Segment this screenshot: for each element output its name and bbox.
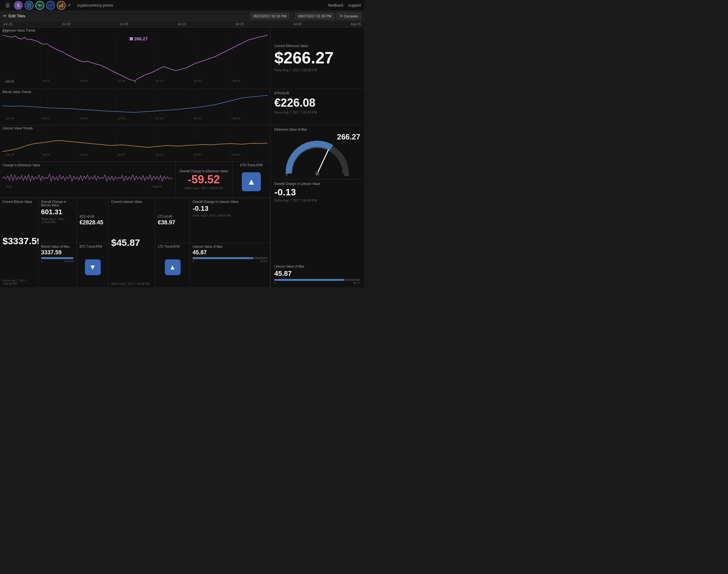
right-ltc-bar-min: 0 [274,282,276,285]
svg-text:Jul 30: Jul 30 [194,153,201,156]
svg-text:Jul 23: Jul 23 [156,117,163,120]
support-link[interactable]: support [348,3,361,8]
ltc-trend-up-icon: ▲ [169,263,176,272]
litecoin-svg: Jun 25 Jul 02 Jul 09 Jul 16 Jul 23 Jul 3… [3,131,268,157]
right-overall-btc-change: Overall Change in Litecoin Value -0.13 S… [274,182,360,202]
eth-line [3,35,268,81]
eth-gauge-container: 0 407 [274,139,360,177]
overall-change-subtitle: Since Aug 7, 2017 1:59:00 PM [185,187,223,190]
date-start[interactable]: 06/23/2017 02:18 PM [251,13,289,19]
right-bottom-tile: Overall Change in Litecoin Value -0.13 S… [271,179,364,287]
current-ltc-value: $45.87 [111,238,152,247]
current-ltc-title: Current Litecoin Value [111,200,152,204]
bitcoin-chart-title: Bitcoin Value Trends [3,90,268,94]
edit-tiles-right: 06/23/2017 02:18 PM : 08/07/2017 01:59 P… [251,13,361,19]
ltc-max-bar-min: 0 [193,260,194,263]
eth-trend-arrow-button[interactable]: ▲ [242,172,261,191]
ltc-trend-arrow-button[interactable]: ▲ [165,259,181,275]
edit-tiles-label[interactable]: Edit Tiles [8,13,25,18]
ltc-eur-tile: LTC+EUR €38.97 [155,198,190,243]
change-row: Change in Ethereum Value July August Ove… [0,162,270,198]
overall-btc-change-value: 601.31 [41,208,74,216]
svg-text:Jul 23: Jul 23 [156,79,163,82]
btc-max-tile: Bitcoin Value of Max 3337.59 0 3424.94 [39,243,77,287]
feedback-link[interactable]: feedback [328,3,343,8]
stats-icon[interactable] [57,1,66,10]
ltc-eur-trend-tile: LTC+EUR €38.97 LTC Trend ATM ▲ [155,198,190,287]
eth-max-label: 0.14 [3,30,8,33]
btc-max-bar-min: 0 [41,260,43,263]
compare-button[interactable]: ⊙ Compare [337,13,361,19]
current-litecoin-tile: Current Litecoin Value $45.87 Since Aug … [109,198,155,287]
current-bitcoin-tile: Current Bitcoin Value $3337.59 Since Aug… [0,198,39,287]
date-end[interactable]: 08/07/2017 01:59 PM [296,13,334,19]
change-line [3,174,173,181]
change-chart-area: July August [3,168,173,190]
svg-text:0: 0 [286,173,288,177]
btc-max-progress-fill [41,257,73,259]
eth-gauge-svg: 0 407 [282,139,352,177]
svg-text:Jul 30: Jul 30 [194,79,201,82]
right-ltc-max-title: Litecoin Value of Max [274,265,360,268]
overall-change-title: Overall Change in Ethereum Value [180,169,228,173]
eth-min-marker [133,81,137,82]
compare-icon: ⊙ [340,14,343,18]
btc-trend-atm-tile: BTC Trend ATM ▼ [77,243,108,287]
svg-text:Jul 02: Jul 02 [42,117,49,120]
svg-text:Aug 06: Aug 06 [231,117,240,120]
svg-rect-0 [27,3,31,7]
current-eth-subtitle: Since Aug 7, 2017 1:59:00 PM [274,69,360,72]
top-navigation: ☰ S ↺ cryptocurrency prices feedback sup… [0,0,364,11]
right-ltc-progress-labels: 0 56.57 [274,282,360,285]
btc-eur-value: €2828.45 [80,219,106,226]
refresh-icon[interactable]: ↺ [68,3,71,8]
timeline-label-5: Jul 30 [293,23,302,26]
right-ltc-max-value: 45.87 [274,270,360,278]
overall-btc-change-tile: Overall Change in Bitcoin Value 601.31 S… [39,198,77,243]
brand-icon[interactable]: S [14,1,23,10]
ltc-max-bar-max: 56.57 [260,260,267,263]
hamburger-icon[interactable]: ☰ [3,1,12,10]
right-overall-btc-title: Overall Change in Litecoin Value [274,182,360,186]
timeline-label-2: Jul 09 [120,23,128,26]
svg-text:Aug 06: Aug 06 [231,79,240,82]
instagram-icon[interactable] [25,1,34,10]
svg-point-50 [315,172,319,175]
dashboard-body: Ethereum Value Trends 266.27 0.14 [0,28,364,287]
eth-max-title: Ethereum Value of Max [274,128,360,131]
current-eth-title: Current Ethereum Value [274,44,360,48]
btc-eur-trend-tile: BTC+EUR €2828.45 BTC Trend ATM ▼ [77,198,109,287]
edit-tiles-left: ✏ Edit Tiles [3,13,25,18]
timeline-label-0: Jun 25 [3,23,13,26]
svg-text:Jul 16: Jul 16 [118,117,125,120]
svg-point-1 [28,4,30,6]
btc-overall-max-tile: Overall Change in Bitcoin Value 601.31 S… [39,198,77,287]
ltc-max-tile: Litecoin Value of Max 45.87 0 56.57 [190,243,270,287]
btc-max-progress-labels: 0 3424.94 [41,260,74,263]
ltc-max-value: 45.87 [193,249,267,256]
pulse-icon[interactable] [35,1,44,10]
svg-text:August: August [152,184,162,188]
svg-text:July: July [6,184,12,188]
trends-icon[interactable] [46,1,55,10]
eth-min-label: 133.23 [5,80,14,83]
btc-trend-arrow-button[interactable]: ▼ [85,259,101,275]
right-ltc-progress [274,279,360,281]
current-btc-title: Current Bitcoin Value [3,200,36,204]
ltc-trend-atm-title: LTC Trend ATM [158,245,180,248]
btc-trend-atm-title: BTC Trend ATM [80,245,102,248]
timeline-label-4: Jul 23 [235,23,244,26]
eth-trend-atm-title: ETH Trend ATM [240,163,263,167]
svg-rect-5 [62,3,63,7]
ltc-overall-max-tile: Overall Change in Litecoin Value -0.13 S… [190,198,270,287]
svg-text:Jul 16: Jul 16 [118,153,125,156]
ltc-line [3,140,268,152]
svg-text:Jul 09: Jul 09 [80,153,87,156]
left-charts-column: Ethereum Value Trends 266.27 0.14 [0,28,271,287]
eth-eur-tile: ETH+EUR €226.08 Since Aug 7, 2017 1:59:0… [271,89,364,125]
svg-line-49 [317,150,328,173]
timeline-label-1: Jul 02 [62,23,70,26]
right-ltc-max: Litecoin Value of Max 45.87 0 56.57 [274,265,360,285]
right-ltc-progress-fill [274,279,344,281]
change-eth-chart-tile: Change in Ethereum Value July August [0,162,176,198]
